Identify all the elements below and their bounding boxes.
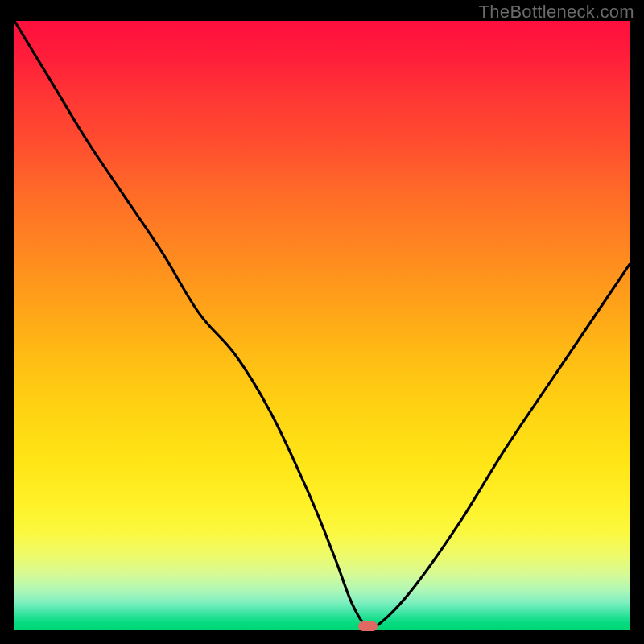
optimal-marker — [358, 621, 378, 631]
bottleneck-curve — [14, 21, 630, 630]
plot-area — [14, 21, 630, 630]
watermark-label: TheBottleneck.com — [479, 2, 634, 23]
chart-frame: TheBottleneck.com — [0, 0, 644, 644]
